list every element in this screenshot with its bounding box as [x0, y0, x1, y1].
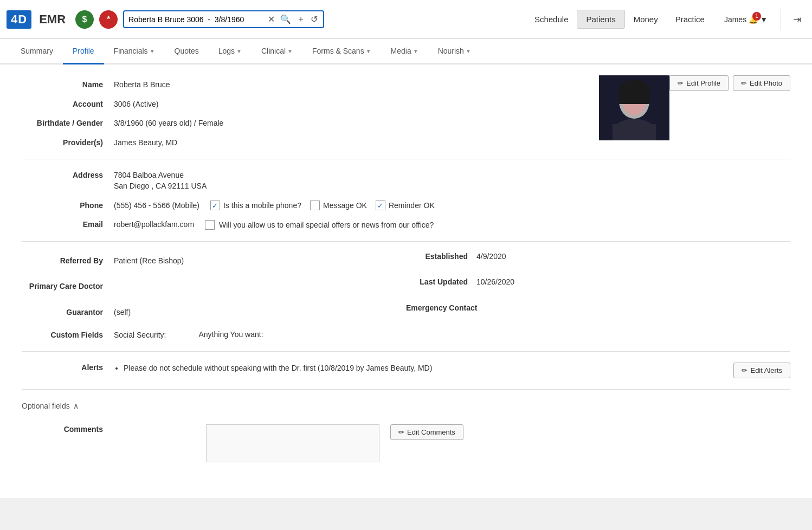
- notification-badge: 1: [752, 12, 761, 21]
- email-consent-row: Will you allow us to email special offer…: [205, 220, 434, 230]
- clear-search-button[interactable]: ✕: [267, 14, 276, 24]
- section-divider-3: [22, 351, 790, 352]
- add-patient-button[interactable]: ＋: [295, 14, 306, 25]
- tab-financials[interactable]: Financials ▼: [104, 39, 165, 64]
- svg-rect-8: [613, 124, 656, 140]
- profile-top-section: Name Roberta B Bruce Account 3006 (Activ…: [22, 75, 790, 152]
- phone-label: Phone: [22, 201, 114, 211]
- primary-care-row: Primary Care Doctor: [22, 277, 406, 296]
- user-menu[interactable]: James 🔔 1 ▼: [719, 11, 773, 28]
- edit-comments-button[interactable]: ✏ Edit Comments: [390, 424, 463, 440]
- address-value: 7804 Balboa Avenue San Diego , CA 92111 …: [114, 170, 207, 191]
- search-bar: ✕ 🔍 ＋ ↺: [123, 10, 324, 28]
- reminder-ok-checkbox-item[interactable]: ✓ Reminder OK: [376, 201, 435, 210]
- birthdate-label: Birthdate / Gender: [22, 118, 114, 129]
- provider-label: Provider(s): [22, 138, 114, 148]
- mobile-phone-label: Is this a mobile phone?: [223, 201, 301, 210]
- message-ok-checkbox[interactable]: [310, 201, 320, 210]
- username-label: James: [724, 15, 746, 24]
- schedule-link[interactable]: Schedule: [526, 10, 577, 28]
- tab-media[interactable]: Media ▼: [381, 39, 428, 64]
- tab-profile[interactable]: Profile: [63, 39, 104, 64]
- tab-logs[interactable]: Logs ▼: [209, 39, 252, 64]
- mobile-checkbox[interactable]: ✓: [210, 201, 220, 210]
- name-row: Name Roberta B Bruce: [22, 75, 588, 95]
- address-line1: 7804 Balboa Avenue: [114, 170, 207, 181]
- guarantor-row: Guarantor (self): [22, 303, 406, 322]
- alerts-content: Please do not schedule without speaking …: [114, 363, 723, 374]
- chevron-down-icon: ▼: [150, 48, 155, 54]
- nav-divider: [781, 9, 781, 30]
- established-value: 4/9/2020: [476, 251, 506, 262]
- primary-care-col: Primary Care Doctor: [22, 277, 406, 296]
- history-button[interactable]: ↺: [310, 14, 319, 24]
- email-label: Email: [22, 219, 114, 230]
- name-label: Name: [22, 80, 114, 91]
- address-row: Address 7804 Balboa Avenue San Diego , C…: [22, 166, 790, 196]
- referred-by-row: Referred By Patient (Ree Bishop): [22, 251, 406, 271]
- comments-textarea[interactable]: [206, 424, 379, 462]
- logo-4d: 4D: [7, 10, 31, 29]
- profile-content: Name Roberta B Bruce Account 3006 (Activ…: [0, 64, 812, 498]
- phone-checkboxes: ✓ Is this a mobile phone? Message OK ✓ R…: [210, 201, 435, 210]
- practice-link[interactable]: Practice: [667, 10, 713, 28]
- profile-info-column: Name Roberta B Bruce Account 3006 (Activ…: [22, 75, 588, 152]
- optional-fields-toggle[interactable]: Optional fields ∧: [22, 396, 790, 416]
- green-icon[interactable]: $: [75, 10, 94, 29]
- svg-point-5: [625, 99, 630, 102]
- email-value: robert@pollackfam.com: [114, 219, 194, 230]
- emergency-contact-col: Emergency Contact: [406, 303, 790, 314]
- address-line2: San Diego , CA 92111 USA: [114, 181, 207, 192]
- edit-alerts-button[interactable]: ✏ Edit Alerts: [733, 363, 790, 378]
- red-icon[interactable]: *: [99, 10, 118, 29]
- last-updated-value: 10/26/2020: [476, 277, 514, 288]
- section-divider-1: [22, 159, 790, 159]
- section-divider-4: [22, 389, 790, 390]
- last-updated-col: Last Updated 10/26/2020: [406, 277, 790, 288]
- pencil-icon: ✏: [398, 428, 404, 436]
- edit-profile-button[interactable]: ✏ Edit Profile: [669, 75, 729, 91]
- mobile-phone-checkbox-item[interactable]: ✓ Is this a mobile phone?: [210, 201, 301, 210]
- pencil-icon: ✏: [741, 79, 747, 87]
- account-value: 3006 (Active): [114, 99, 158, 110]
- alert-list: Please do not schedule without speaking …: [114, 363, 723, 374]
- edit-photo-button[interactable]: ✏ Edit Photo: [733, 75, 790, 91]
- optional-fields-label: Optional fields: [22, 402, 70, 410]
- custom-fields-row: Custom Fields Social Security: Anything …: [22, 326, 790, 345]
- established-col: Established 4/9/2020: [406, 251, 790, 262]
- reminder-ok-checkbox[interactable]: ✓: [376, 201, 385, 210]
- patients-link[interactable]: Patients: [577, 10, 624, 29]
- alerts-row: Alerts Please do not schedule without sp…: [22, 358, 790, 383]
- patient-photo-svg: [599, 75, 669, 140]
- alerts-label: Alerts: [22, 363, 114, 373]
- search-input[interactable]: [128, 15, 263, 24]
- email-consent-label: Will you allow us to email special offer…: [219, 221, 434, 229]
- alert-item: Please do not schedule without speaking …: [124, 363, 723, 374]
- birthdate-value: 3/8/1960 (60 years old) / Female: [114, 118, 223, 129]
- dropdown-chevron-icon: ▼: [760, 15, 768, 24]
- emergency-contact-label: Emergency Contact: [406, 303, 486, 314]
- provider-value: James Beauty, MD: [114, 138, 177, 148]
- tab-forms-scans[interactable]: Forms & Scans ▼: [302, 39, 381, 64]
- birthdate-row: Birthdate / Gender 3/8/1960 (60 years ol…: [22, 114, 588, 133]
- tab-summary[interactable]: Summary: [11, 39, 63, 64]
- reminder-ok-label: Reminder OK: [389, 201, 435, 210]
- tab-quotes[interactable]: Quotes: [165, 39, 209, 64]
- message-ok-checkbox-item[interactable]: Message OK: [310, 201, 367, 210]
- notification-bell[interactable]: 🔔 1: [749, 15, 758, 24]
- email-consent-checkbox[interactable]: [205, 220, 215, 230]
- name-value: Roberta B Bruce: [114, 80, 170, 91]
- money-link[interactable]: Money: [625, 10, 667, 28]
- search-button[interactable]: 🔍: [279, 14, 292, 24]
- tab-nourish[interactable]: Nourish ▼: [428, 39, 481, 64]
- svg-point-6: [638, 99, 643, 102]
- primary-care-label: Primary Care Doctor: [22, 281, 114, 292]
- edit-buttons-group: ✏ Edit Profile ✏ Edit Photo: [669, 75, 790, 91]
- pencil-icon: ✏: [742, 366, 747, 374]
- top-nav: 4D EMR $ * ✕ 🔍 ＋ ↺ Schedule Patients Mon…: [0, 0, 812, 39]
- account-row: Account 3006 (Active): [22, 95, 588, 114]
- referred-by-label: Referred By: [22, 256, 114, 267]
- tab-clinical[interactable]: Clinical ▼: [252, 39, 302, 64]
- chevron-down-icon: ▼: [413, 48, 418, 54]
- logout-button[interactable]: ⇥: [789, 14, 805, 25]
